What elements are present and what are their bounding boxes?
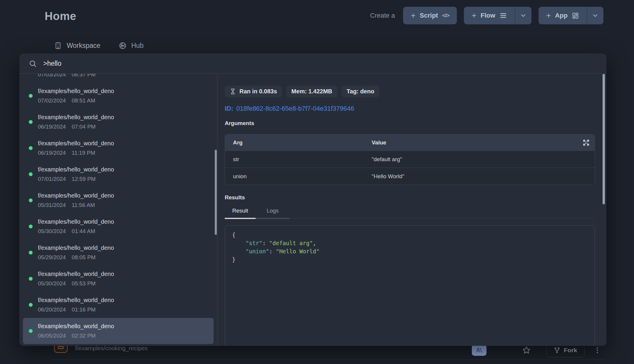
hourglass-icon (230, 88, 236, 95)
run-list-items: f/examples/hello_world_deno 07/03/202406… (19, 74, 217, 344)
run-path: f/examples/hello_world_deno (38, 297, 114, 304)
run-datetime: 06/20/202401:16 PM (38, 306, 114, 313)
run-list-item[interactable]: f/examples/hello_world_deno 06/05/202402… (23, 318, 214, 344)
run-badges: Ran in 0.083s Mem: 1.422MB Tag: deno (225, 86, 595, 97)
run-datetime: 06/19/202407:04 PM (38, 124, 114, 130)
run-datetime: 05/30/202401:44 AM (38, 228, 114, 235)
result-json-content: { "str": "default arg", "union": "Hello … (232, 231, 588, 264)
tab-hub-label: Hub (131, 42, 144, 50)
success-dot-icon (29, 146, 33, 150)
run-path: f/examples/hello_world_deno (38, 323, 114, 330)
modal-body: f/examples/hello_world_deno 07/03/202406… (19, 74, 606, 346)
tab-hub[interactable]: Hub (119, 42, 144, 50)
tab-logs[interactable]: Logs (256, 205, 290, 219)
success-dot-icon (29, 172, 33, 176)
run-datetime: 07/03/202406:37 PM (38, 74, 114, 78)
arguments-table-header: Arg Value (225, 134, 595, 151)
col-arg-header: Arg (233, 139, 372, 146)
run-datetime: 06/05/202402:32 PM (38, 333, 114, 339)
command-palette-modal: f/examples/hello_world_deno 07/03/202406… (19, 53, 606, 346)
run-list-item[interactable]: f/examples/hello_world_deno 07/03/202406… (23, 74, 214, 83)
flow-button-label: Flow (481, 12, 495, 19)
chevron-down-icon (592, 12, 599, 19)
run-list-item[interactable]: f/examples/hello_world_deno 05/31/202411… (23, 187, 214, 213)
kebab-menu-icon[interactable] (592, 345, 602, 355)
run-list-item[interactable]: f/examples/hello_world_deno 05/29/202408… (23, 240, 214, 266)
create-label: Create a (370, 12, 395, 19)
arg-value: "Hello World" (372, 173, 595, 180)
plus-icon: + (411, 11, 415, 20)
success-dot-icon (29, 303, 33, 307)
run-path: f/examples/hello_world_deno (38, 140, 114, 147)
run-list-item[interactable]: f/examples/hello_world_deno 06/20/202401… (23, 292, 214, 318)
workspace-hub-tabs: Workspace Hub (54, 42, 144, 50)
json-key: "str" (246, 240, 262, 246)
script-button-label: Script (420, 12, 438, 19)
run-datetime: 06/19/202411:19 PM (38, 150, 114, 156)
run-path: f/examples/hello_world_deno (38, 271, 114, 277)
argument-row: str "default arg" (225, 151, 595, 168)
run-list-item[interactable]: f/examples/hello_world_deno 05/30/202405… (23, 266, 214, 292)
run-datetime: 05/31/202411:56 AM (38, 202, 114, 208)
run-list-item[interactable]: f/examples/hello_world_deno 06/19/202411… (23, 135, 214, 161)
run-path: f/examples/hello_world_deno (38, 245, 114, 251)
globe-icon (119, 42, 127, 50)
background-divider (53, 360, 605, 360)
run-list-scrollbar[interactable] (215, 150, 217, 235)
tab-result[interactable]: Result (225, 205, 256, 219)
star-icon[interactable] (522, 346, 531, 355)
run-id-value[interactable]: 018fe862-8c62-65e8-b7f7-04e31f379646 (236, 105, 354, 112)
building-icon (54, 42, 62, 50)
tab-workspace-label: Workspace (67, 42, 100, 50)
run-list-item[interactable]: f/examples/hello_world_deno 07/02/202408… (23, 83, 214, 109)
run-list-item[interactable]: f/examples/hello_world_deno 06/19/202407… (23, 109, 214, 135)
create-flow-button[interactable]: + Flow (464, 7, 531, 24)
search-icon (29, 60, 37, 68)
run-details-pane: Ran in 0.083s Mem: 1.422MB Tag: deno ID:… (217, 74, 606, 346)
fork-icon (554, 347, 560, 353)
memory-badge: Mem: 1.422MB (286, 86, 337, 97)
flow-dropdown-button[interactable] (515, 7, 531, 24)
results-label: Results (225, 194, 595, 201)
run-datetime: 05/30/202405:53 PM (38, 280, 114, 287)
run-path: f/examples/hello_world_deno (38, 166, 114, 173)
run-path: f/examples/hello_world_deno (38, 218, 114, 225)
arguments-table: Arg Value str "def (225, 134, 595, 185)
run-datetime: 07/01/202412:59 PM (38, 176, 114, 182)
search-row (19, 53, 606, 74)
tag-badge-label: Tag: deno (347, 88, 374, 95)
search-input[interactable] (43, 60, 308, 68)
result-tabs: Result Logs (225, 205, 595, 219)
tab-workspace[interactable]: Workspace (54, 42, 100, 50)
success-dot-icon (29, 329, 33, 333)
run-id-row: ID: 018fe862-8c62-65e8-b7f7-04e31f379646 (225, 105, 595, 112)
create-app-button[interactable]: + App (539, 7, 603, 24)
arg-name: union (233, 173, 372, 180)
duration-badge: Ran in 0.083s (225, 86, 282, 97)
run-path: f/examples/hello_world_deno (38, 114, 114, 121)
menu-lines-icon (499, 12, 507, 19)
memory-badge-label: Mem: 1.422MB (291, 88, 332, 95)
expand-icon[interactable] (582, 139, 590, 146)
duration-badge-label: Ran in 0.083s (239, 88, 277, 95)
chevron-down-icon (520, 12, 527, 19)
users-chip-icon (472, 345, 487, 356)
create-toolbar: Create a + Script </> + Flow (370, 7, 603, 24)
dashboard-grid-icon (572, 12, 579, 19)
create-script-button[interactable]: + Script </> (403, 7, 457, 24)
run-path: f/examples/hello_world_deno (38, 192, 114, 199)
modal-scrollbar[interactable] (603, 74, 605, 204)
plus-icon: + (472, 11, 476, 20)
col-value-header: Value (372, 139, 595, 146)
run-datetime: 05/29/202408:05 PM (38, 254, 114, 261)
run-id-label: ID: (225, 105, 233, 112)
run-path: f/examples/hello_world_deno (38, 88, 114, 95)
tag-badge: Tag: deno (342, 86, 379, 97)
run-list-item[interactable]: f/examples/hello_world_deno 05/30/202401… (23, 213, 214, 240)
run-list-item[interactable]: f/examples/hello_world_deno 07/01/202412… (23, 161, 214, 187)
success-dot-icon (29, 277, 33, 281)
fork-button-label: Fork (564, 347, 577, 354)
success-dot-icon (29, 120, 33, 124)
app-dropdown-button[interactable] (587, 7, 603, 24)
json-value: "default arg" (269, 240, 313, 246)
